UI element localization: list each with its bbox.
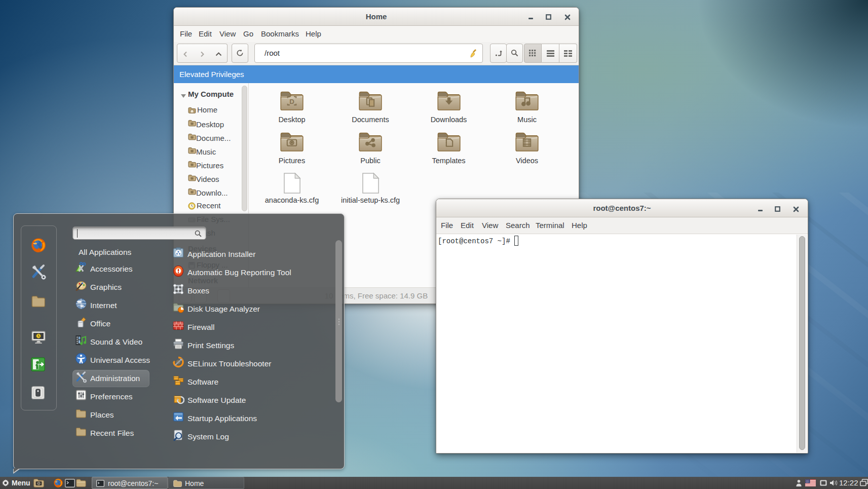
svg-text:D: D — [289, 98, 294, 105]
